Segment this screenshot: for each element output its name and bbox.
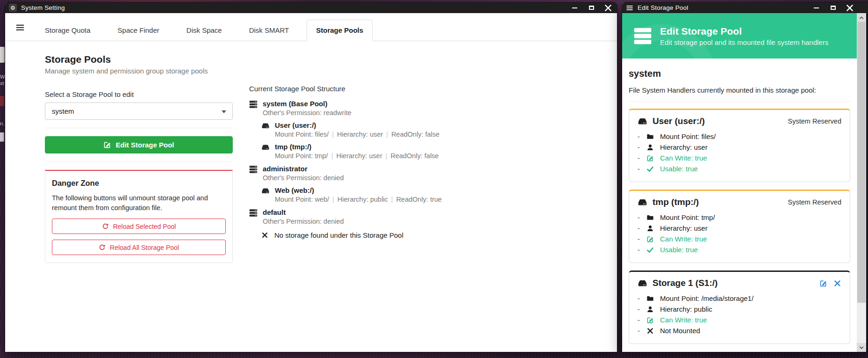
window-title: Edit Storage Pool — [638, 4, 688, 11]
edit-pool-titlebar: Edit Storage Pool — [622, 2, 868, 13]
folder-icon — [646, 214, 654, 221]
separator: | — [328, 152, 337, 160]
maximize-icon — [589, 6, 594, 10]
handler-detail: Not Mounted — [638, 327, 841, 335]
desktop-label-fragment: W — [0, 74, 5, 80]
user-icon — [646, 306, 654, 313]
hierarchy-text: Hierarchy: user — [660, 143, 708, 151]
scrollbar[interactable] — [857, 13, 866, 352]
folder-icon — [646, 295, 654, 302]
hdd-icon — [261, 122, 270, 130]
tab-storage-quota[interactable]: Storage Quota — [36, 20, 100, 41]
x-icon — [833, 279, 841, 287]
handler-detail: Can Write: true — [638, 316, 841, 324]
server-icon — [249, 100, 258, 109]
minimize-button[interactable] — [811, 4, 821, 12]
handler-title: tmp (tmp:/) — [653, 197, 699, 207]
divider — [629, 101, 850, 102]
storage-mount-point: Mount Point: web/ — [275, 196, 329, 203]
minimize-button[interactable] — [569, 4, 580, 12]
handler-detail: Can Write: true — [638, 154, 841, 162]
select-pool-label: Select a Storage Pool to edit — [45, 90, 233, 98]
hdd-icon — [638, 117, 647, 126]
edit-icon — [646, 316, 654, 324]
user-icon — [646, 225, 654, 232]
mount-point-text: Mount Point: /media/storage1/ — [660, 294, 753, 302]
storage-details: Mount Point: tmp/|Hierarchy: user|ReadOn… — [275, 152, 439, 160]
pool-entry: administrator Other's Permission: denied… — [249, 165, 442, 203]
separator: | — [382, 152, 391, 160]
edit-handler-button[interactable] — [819, 279, 827, 287]
hdd-icon — [638, 197, 647, 207]
handler-title: Storage 1 (S1:/) — [653, 278, 717, 288]
storage-name: tmp (tmp:/) — [275, 143, 439, 151]
tab-disk-space[interactable]: Disk Space — [177, 20, 231, 41]
close-icon — [845, 4, 855, 12]
storage-pool-select-value: system — [52, 107, 74, 115]
maximize-button[interactable] — [828, 4, 838, 12]
tab-storage-pools[interactable]: Storage Pools — [307, 20, 373, 41]
edit-pool-banner: Edit Storage Pool Edit storage pool and … — [622, 13, 857, 58]
minimize-icon — [814, 7, 819, 8]
desktop-label-fragment: xt — [0, 80, 5, 87]
hamburger-icon — [15, 23, 25, 32]
reload-all-pool-label: Reload All Storage Pool — [110, 244, 179, 251]
usable-text: Usable: true — [660, 165, 698, 173]
hierarchy-text: Hierarchy: public — [660, 305, 712, 313]
close-button[interactable] — [845, 4, 855, 12]
maximize-button[interactable] — [586, 4, 596, 12]
system-reserved-badge: System Reserved — [788, 116, 841, 125]
edit-icon — [103, 141, 111, 149]
reload-selected-pool-label: Reload Selected Pool — [113, 223, 176, 230]
server-icon — [249, 165, 258, 174]
refresh-icon — [99, 244, 106, 251]
handler-title: User (user:/) — [653, 116, 705, 126]
page-subtitle: Manage system and permission group stora… — [45, 67, 233, 75]
check-icon — [646, 165, 654, 173]
edit-icon — [646, 235, 654, 243]
page-title: Storage Pools — [45, 54, 233, 65]
hamburger-icon — [626, 4, 633, 12]
pool-name: administrator — [263, 165, 344, 173]
storage-mount-point: Mount Point: files/ — [275, 131, 329, 138]
storage-hierarchy: Hierarchy: public — [337, 196, 388, 203]
divider — [45, 161, 233, 162]
usable-text: Usable: true — [660, 246, 698, 254]
scrollbar-thumb[interactable] — [857, 22, 866, 303]
system-reserved-badge: System Reserved — [788, 197, 841, 206]
empty-pool-message: No storage found under this Storage Pool — [261, 231, 442, 239]
chevron-down-icon — [859, 345, 864, 350]
system-setting-window: ⚙ System Setting Storage Quota Space Fin… — [5, 2, 617, 352]
storage-name: Web (web:/) — [275, 186, 442, 195]
edit-icon — [646, 154, 654, 162]
desktop-icon-fragment — [0, 47, 5, 63]
remove-handler-button[interactable] — [833, 279, 841, 287]
tab-disk-smart[interactable]: Disk SMART — [240, 20, 299, 41]
storage-entry: tmp (tmp:/) Mount Point: tmp/|Hierarchy:… — [261, 143, 442, 160]
storage-details: Mount Point: files/|Hierarchy: user|Read… — [275, 131, 439, 138]
storage-mount-point: Mount Point: tmp/ — [275, 152, 328, 160]
tab-space-finder[interactable]: Space Finder — [108, 20, 169, 41]
storage-hierarchy: Hierarchy: user — [337, 131, 383, 138]
pool-entry: default Other's Permission: denied No st… — [249, 208, 442, 239]
server-icon — [633, 27, 652, 45]
edit-storage-pool-button[interactable]: Edit Storage Pool — [45, 136, 233, 153]
danger-zone-card: Danger Zone The following buttons will u… — [45, 170, 233, 263]
x-icon — [646, 327, 654, 335]
reload-selected-pool-button[interactable]: Reload Selected Pool — [52, 219, 226, 234]
hdd-icon — [261, 143, 270, 152]
scroll-down-button[interactable] — [857, 343, 866, 352]
check-icon — [646, 246, 654, 254]
menu-button[interactable] — [15, 23, 25, 32]
close-button[interactable] — [603, 4, 613, 12]
pool-name: system (Base Pool) — [263, 100, 352, 108]
edit-storage-pool-window: Edit Storage Pool Edit Storage Pool Edit… — [622, 2, 868, 352]
handler-detail: Mount Point: tmp/ — [638, 213, 841, 221]
pool-heading: system — [629, 68, 850, 79]
reload-all-pool-button[interactable]: Reload All Storage Pool — [52, 240, 226, 255]
handler-detail: Can Write: true — [638, 235, 841, 243]
scroll-up-button[interactable] — [857, 13, 866, 22]
separator: | — [383, 131, 391, 138]
hdd-icon — [261, 187, 270, 195]
storage-pool-select[interactable]: system — [45, 102, 233, 120]
